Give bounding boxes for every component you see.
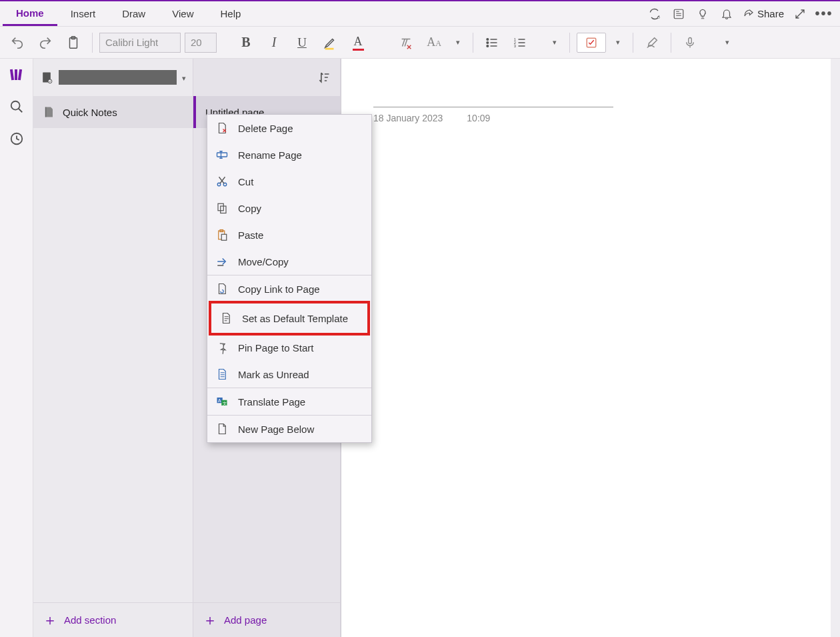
ctx-pin-to-start[interactable]: Pin Page to Start	[207, 334, 371, 361]
tab-help[interactable]: Help	[207, 3, 254, 25]
undo-button[interactable]	[5, 31, 29, 55]
page-canvas[interactable]: 18 January 2023 10:09	[341, 59, 840, 637]
add-section-button[interactable]: ＋ Add section	[33, 602, 193, 637]
fullscreen-icon[interactable]	[792, 6, 808, 22]
todo-tag-button[interactable]	[577, 33, 606, 53]
svg-rect-12	[9, 69, 13, 80]
rename-icon	[215, 148, 229, 161]
sync-icon[interactable]	[647, 6, 663, 22]
notebook-icon[interactable]	[40, 70, 53, 85]
unread-icon	[215, 368, 229, 381]
add-page-button[interactable]: ＋ Add page	[193, 602, 340, 637]
ctx-copy-link[interactable]: Copy Link to Page	[207, 275, 371, 302]
add-section-label: Add section	[64, 614, 116, 626]
font-name-input[interactable]	[99, 33, 181, 53]
recent-icon[interactable]	[7, 129, 26, 148]
ribbon-tabs: Home Insert Draw View Help Share •••	[0, 1, 840, 27]
clear-formatting-button[interactable]	[394, 31, 418, 55]
page-date: 18 January 2023	[373, 113, 443, 123]
italic-button[interactable]: I	[262, 31, 286, 55]
tab-home[interactable]: Home	[3, 2, 57, 26]
tab-view[interactable]: View	[159, 3, 207, 25]
svg-point-6	[487, 45, 489, 47]
ctx-paste[interactable]: Paste	[207, 221, 371, 248]
svg-text:A: A	[218, 398, 221, 403]
tag-dropdown[interactable]	[610, 38, 626, 47]
sort-pages-button[interactable]	[315, 71, 333, 84]
tab-draw[interactable]: Draw	[109, 3, 159, 25]
svg-point-4	[487, 38, 489, 40]
ctx-translate[interactable]: A文 Translate Page	[207, 388, 371, 415]
ctx-copy[interactable]: Copy	[207, 195, 371, 221]
font-size-input[interactable]	[185, 33, 217, 53]
text-styles-button[interactable]: AA	[422, 31, 446, 55]
page-time: 10:09	[467, 113, 490, 123]
section-label: Quick Notes	[63, 107, 117, 118]
new-page-icon	[215, 422, 229, 436]
bold-button[interactable]: B	[234, 31, 258, 55]
page-context-menu: Delete Page Rename Page Cut Copy Paste M…	[207, 114, 372, 443]
add-page-label: Add page	[224, 614, 267, 626]
notebook-dropdown[interactable]	[182, 72, 186, 83]
share-label: Share	[757, 8, 784, 19]
sections-column: Quick Notes ＋ Add section	[33, 59, 193, 637]
ctx-set-default-template[interactable]: Set as Default Template	[211, 303, 367, 333]
svg-point-15	[11, 101, 19, 110]
highlighted-option: Set as Default Template	[209, 301, 370, 336]
pin-icon	[215, 341, 229, 354]
ctx-rename-page[interactable]: Rename Page	[207, 141, 371, 168]
svg-rect-26	[221, 234, 227, 240]
section-quick-notes[interactable]: Quick Notes	[33, 96, 193, 128]
link-icon	[215, 282, 229, 295]
feed-icon[interactable]	[671, 6, 687, 22]
translate-icon: A文	[215, 395, 229, 408]
redo-button[interactable]	[33, 31, 57, 55]
plus-icon: ＋	[203, 610, 217, 630]
delete-icon	[215, 121, 229, 135]
paste-icon	[215, 228, 229, 241]
highlight-button[interactable]	[318, 31, 342, 55]
number-list-button[interactable]: 123	[508, 31, 532, 55]
ctx-move-copy[interactable]: Move/Copy	[207, 248, 371, 275]
styles-dropdown[interactable]	[450, 38, 466, 47]
ink-button[interactable]	[640, 31, 664, 55]
scrollbar[interactable]	[831, 59, 840, 637]
bell-icon[interactable]	[719, 6, 735, 22]
bullet-list-button[interactable]	[480, 31, 504, 55]
list-dropdown[interactable]	[547, 38, 563, 47]
svg-point-5	[487, 41, 489, 43]
svg-rect-14	[17, 69, 21, 80]
search-icon[interactable]	[7, 97, 26, 116]
ctx-new-page-below[interactable]: New Page Below	[207, 416, 371, 442]
ctx-cut[interactable]: Cut	[207, 168, 371, 195]
font-color-button[interactable]: A	[346, 31, 370, 55]
svg-rect-13	[15, 69, 17, 80]
tab-insert[interactable]: Insert	[57, 3, 109, 25]
copy-icon	[215, 201, 229, 215]
underline-button[interactable]: U	[290, 31, 314, 55]
notebook-name-redacted[interactable]	[59, 70, 177, 85]
svg-rect-11	[689, 37, 692, 43]
section-icon	[43, 105, 55, 119]
ctx-delete-page[interactable]: Delete Page	[207, 115, 371, 141]
lightbulb-icon[interactable]	[695, 6, 711, 22]
svg-text:3: 3	[514, 43, 516, 47]
cut-icon	[215, 175, 229, 188]
nav-rail	[0, 59, 33, 637]
notebooks-icon[interactable]	[7, 65, 26, 84]
plus-icon: ＋	[43, 610, 57, 630]
dictate-button[interactable]	[678, 31, 702, 55]
more-icon[interactable]: •••	[816, 6, 832, 22]
ctx-mark-unread[interactable]: Mark as Unread	[207, 361, 371, 388]
template-icon	[219, 311, 233, 325]
share-button[interactable]: Share	[743, 8, 784, 20]
svg-rect-1	[674, 9, 683, 19]
svg-text:文: 文	[223, 401, 227, 406]
svg-rect-19	[217, 153, 227, 157]
dictate-dropdown[interactable]	[719, 38, 735, 47]
clipboard-button[interactable]	[61, 31, 85, 55]
move-icon	[215, 255, 229, 268]
home-toolbar: B I U A AA 123	[0, 27, 840, 59]
